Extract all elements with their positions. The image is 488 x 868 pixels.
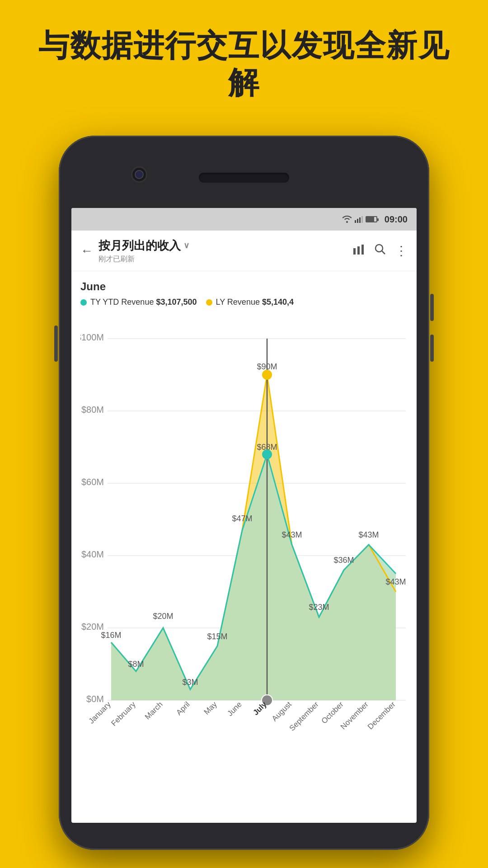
search-icon[interactable] [374, 243, 386, 258]
chart-svg-container: $100M $80M $60M $40M $20M [80, 316, 408, 793]
teal-legend-label: TY YTD Revenue $3,107,500 [90, 297, 197, 307]
label-sep: $23M [309, 603, 329, 612]
back-button[interactable]: ← [80, 244, 93, 258]
label-nov-teal: $43M [358, 530, 379, 539]
legend-item-yellow: LY Revenue $5,140,4 [206, 297, 294, 307]
svg-text:$100M: $100M [80, 332, 104, 342]
svg-point-7 [375, 245, 383, 252]
app-title: 按月列出的收入 ∨ [99, 238, 352, 254]
svg-line-8 [382, 251, 385, 254]
signal-bar-icon [355, 216, 363, 223]
chart-icon[interactable] [352, 244, 365, 258]
status-bar: 09:00 [71, 208, 417, 231]
title-area: 按月列出的收入 ∨ 刚才已刷新 [99, 238, 352, 264]
svg-text:$0M: $0M [86, 694, 104, 704]
svg-rect-1 [357, 219, 358, 223]
label-may: $15M [207, 632, 227, 641]
svg-rect-4 [353, 248, 356, 255]
label-jan: $16M [101, 631, 121, 640]
phone-container: 09:00 ← 按月列出的收入 ∨ 刚才已刷新 [59, 136, 429, 850]
x-label-jun: June [225, 700, 244, 718]
svg-text:$80M: $80M [81, 405, 104, 415]
label-mar: $20M [153, 612, 173, 621]
svg-rect-5 [357, 246, 360, 255]
label-dec-yellow: $43M [385, 577, 406, 586]
x-label-sep: September [288, 700, 320, 732]
phone-speaker [199, 173, 289, 183]
volume-down-button[interactable] [430, 335, 434, 362]
wifi-icon [342, 216, 352, 223]
legend-item-teal: TY YTD Revenue $3,107,500 [80, 297, 197, 307]
battery-icon [366, 216, 377, 222]
chart-area: June TY YTD Revenue $3,107,500 LY Revenu… [71, 271, 417, 823]
svg-rect-6 [361, 245, 364, 255]
phone-body: 09:00 ← 按月列出的收入 ∨ 刚才已刷新 [59, 136, 429, 850]
x-label-may: May [202, 700, 219, 716]
x-label-aug: August [270, 700, 293, 723]
svg-text:$40M: $40M [81, 549, 104, 559]
chart-legend: TY YTD Revenue $3,107,500 LY Revenue $5,… [80, 297, 408, 307]
power-button[interactable] [54, 326, 58, 362]
svg-rect-2 [359, 217, 361, 223]
more-menu-icon[interactable]: ⋮ [395, 243, 408, 258]
svg-rect-3 [361, 216, 363, 223]
line-chart[interactable]: $100M $80M $60M $40M $20M [80, 316, 408, 791]
headline: 与数据进行交互以发现全新见解 [0, 27, 488, 101]
signal-icons [342, 216, 377, 223]
label-oct-teal: $36M [333, 556, 354, 565]
x-label-dec: December [366, 700, 397, 731]
volume-up-button[interactable] [430, 294, 434, 321]
label-feb: $8M [128, 660, 144, 669]
app-bar-icons: ⋮ [352, 243, 408, 258]
label-aug: $43M [282, 530, 302, 539]
svg-rect-0 [355, 220, 356, 223]
phone-screen: 09:00 ← 按月列出的收入 ∨ 刚才已刷新 [71, 208, 417, 823]
phone-camera [131, 166, 147, 183]
app-bar: ← 按月列出的收入 ∨ 刚才已刷新 [71, 231, 417, 271]
july-teal-dot [263, 450, 272, 459]
july-yellow-dot [263, 370, 272, 379]
x-label-feb: February [109, 700, 137, 728]
app-subtitle: 刚才已刷新 [99, 255, 352, 264]
x-label-mar: March [143, 700, 164, 721]
yellow-dot-icon [206, 299, 212, 306]
label-jun: $47M [232, 514, 252, 523]
yellow-legend-label: LY Revenue $5,140,4 [216, 297, 294, 307]
dropdown-arrow-icon[interactable]: ∨ [183, 241, 189, 250]
svg-text:$60M: $60M [81, 477, 104, 487]
x-label-apr: April [174, 700, 191, 717]
x-label-oct: October [320, 700, 345, 725]
teal-dot-icon [80, 299, 87, 306]
status-time: 09:00 [385, 214, 408, 225]
svg-text:$20M: $20M [81, 622, 104, 632]
chart-period-label: June [80, 280, 408, 293]
label-apr: $3M [182, 678, 198, 687]
